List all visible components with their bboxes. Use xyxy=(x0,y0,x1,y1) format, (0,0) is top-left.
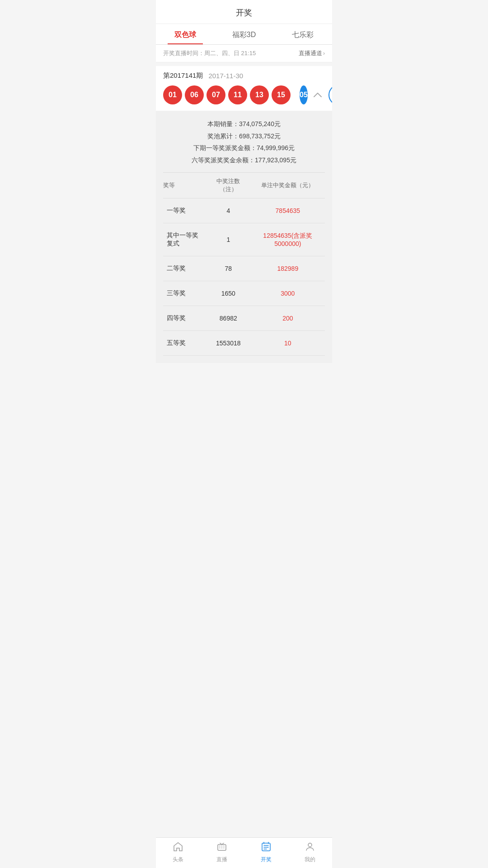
stat-line-1: 本期销量：374,075,240元 xyxy=(163,118,325,130)
stat-line-3: 下期一等奖派奖金额：74,999,996元 xyxy=(163,142,325,154)
person-icon xyxy=(305,841,315,854)
table-row: 二等奖78182989 xyxy=(163,256,325,281)
prize-amount: 7854635 xyxy=(251,198,325,223)
broadcast-channel-link[interactable]: 直播通道 › xyxy=(299,49,325,57)
table-row: 其中一等奖复式112854635(含派奖5000000) xyxy=(163,223,325,256)
table-row: 三等奖16503000 xyxy=(163,281,325,306)
nav-lottery-label: 开奖 xyxy=(261,856,272,863)
nav-headlines-label: 头条 xyxy=(173,856,183,863)
table-row: 五等奖155301810 xyxy=(163,331,325,356)
lottery-icon xyxy=(261,841,272,854)
svg-point-5 xyxy=(220,848,221,849)
blue-ball: 05 xyxy=(300,85,308,104)
detail-panel: 本期销量：374,075,240元 奖池累计：698,733,752元 下期一等… xyxy=(156,111,332,363)
prize-amount: 10 xyxy=(251,331,325,356)
red-ball-3: 07 xyxy=(206,85,225,104)
tab-shuangseqiu[interactable]: 双色球 xyxy=(156,24,215,44)
page-title: 开奖 xyxy=(156,0,332,24)
tab-bar: 双色球 福彩3D 七乐彩 xyxy=(156,24,332,45)
svg-point-9 xyxy=(308,843,312,847)
chevron-up-icon[interactable] xyxy=(310,88,325,102)
svg-point-6 xyxy=(221,848,222,849)
period-number: 第2017141期 xyxy=(163,71,203,80)
broadcast-time: 开奖直播时间：周二、四、日 21:15 xyxy=(163,49,256,57)
prize-level: 一等奖 xyxy=(163,198,206,223)
svg-point-7 xyxy=(224,848,225,849)
nav-live[interactable]: 直播 xyxy=(200,838,244,868)
nav-lottery[interactable]: 开奖 xyxy=(244,838,288,868)
prize-level: 四等奖 xyxy=(163,306,206,331)
prize-amount: 12854635(含派奖5000000) xyxy=(251,223,325,256)
svg-point-2 xyxy=(220,846,221,847)
stat-line-2: 奖池累计：698,733,752元 xyxy=(163,130,325,142)
prize-table: 奖等 中奖注数（注） 单注中奖金额（元） 一等奖47854635其中一等奖复式1… xyxy=(163,172,325,356)
red-ball-2: 06 xyxy=(185,85,204,104)
col-header-count: 中奖注数（注） xyxy=(206,173,251,198)
col-header-amount: 单注中奖金额（元） xyxy=(251,173,325,198)
red-balls-container: 01 06 07 11 13 15 xyxy=(163,85,291,104)
prize-count: 1553018 xyxy=(206,331,251,356)
tab-fucai3d[interactable]: 福彩3D xyxy=(215,24,273,44)
svg-point-4 xyxy=(224,846,225,847)
nav-headlines[interactable]: 头条 xyxy=(156,838,200,868)
stat-line-4: 六等奖派奖奖金余额：177,923,095元 xyxy=(163,154,325,166)
period-date: 2017-11-30 xyxy=(208,72,243,80)
video-button[interactable] xyxy=(328,85,332,105)
lottery-section: 第2017141期 2017-11-30 01 06 07 11 13 15 0… xyxy=(156,66,332,111)
tab-qilecai[interactable]: 七乐彩 xyxy=(273,24,332,44)
prize-amount: 182989 xyxy=(251,256,325,281)
bottom-nav: 头条 直播 开奖 xyxy=(156,837,332,868)
nav-mine-label: 我的 xyxy=(305,856,315,863)
chevron-right-icon: › xyxy=(323,50,325,57)
prize-amount: 200 xyxy=(251,306,325,331)
prize-amount: 3000 xyxy=(251,281,325,306)
prize-level: 二等奖 xyxy=(163,256,206,281)
red-ball-6: 15 xyxy=(272,85,291,104)
period-info: 第2017141期 2017-11-30 xyxy=(163,71,325,80)
prize-count: 78 xyxy=(206,256,251,281)
balls-row: 01 06 07 11 13 15 05 xyxy=(163,85,325,111)
prize-level: 其中一等奖复式 xyxy=(163,223,206,256)
nav-live-label: 直播 xyxy=(216,856,227,863)
home-icon xyxy=(173,841,183,854)
red-ball-1: 01 xyxy=(163,85,182,104)
table-row: 四等奖86982200 xyxy=(163,306,325,331)
prize-count: 4 xyxy=(206,198,251,223)
prize-count: 1650 xyxy=(206,281,251,306)
broadcast-bar: 开奖直播时间：周二、四、日 21:15 直播通道 › xyxy=(156,45,332,62)
red-ball-4: 11 xyxy=(228,85,247,104)
prize-count: 1 xyxy=(206,223,251,256)
controls xyxy=(310,85,332,105)
table-row: 一等奖47854635 xyxy=(163,198,325,223)
live-icon xyxy=(216,841,227,854)
col-header-level: 奖等 xyxy=(163,173,206,198)
stats-block: 本期销量：374,075,240元 奖池累计：698,733,752元 下期一等… xyxy=(163,118,325,166)
svg-point-3 xyxy=(221,846,222,847)
prize-count: 86982 xyxy=(206,306,251,331)
nav-mine[interactable]: 我的 xyxy=(288,838,333,868)
red-ball-5: 13 xyxy=(250,85,269,104)
prize-level: 三等奖 xyxy=(163,281,206,306)
prize-level: 五等奖 xyxy=(163,331,206,356)
